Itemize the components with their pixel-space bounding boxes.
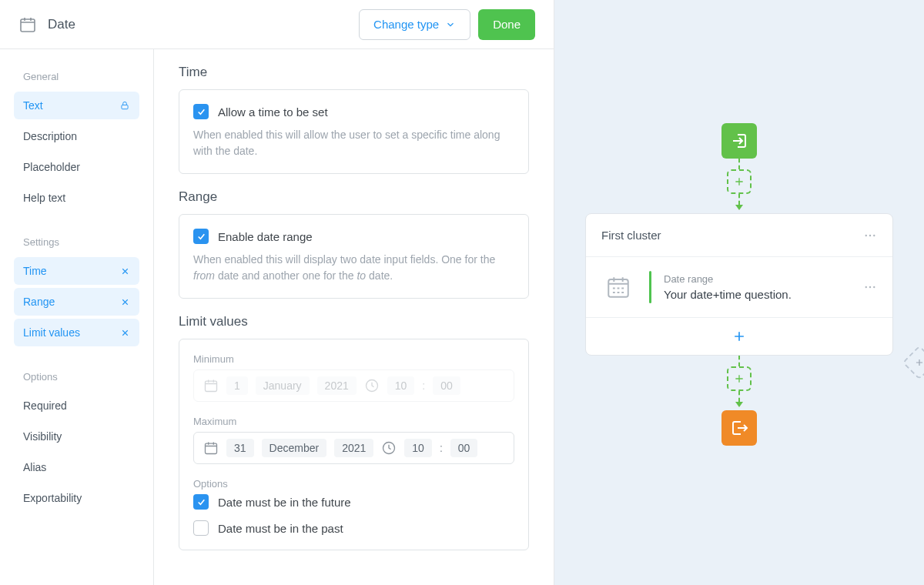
section-heading-limit: Limit values <box>179 314 529 329</box>
allow-time-help: When enabled this will allow the user to… <box>193 127 514 159</box>
close-icon[interactable] <box>120 297 130 307</box>
sidebar-group-general: General <box>0 65 153 89</box>
enable-range-label: Enable date range <box>218 230 313 243</box>
max-month[interactable]: December <box>262 439 327 457</box>
future-label: Date must be in the future <box>218 496 351 509</box>
maximum-label: Maximum <box>193 416 514 427</box>
range-card: Enable date range When enabled this will… <box>179 214 529 299</box>
enable-range-help: When enabled this will display two date … <box>193 252 514 284</box>
cluster-header[interactable]: First cluster <box>586 214 892 257</box>
sidebar-item-text[interactable]: Text <box>14 92 139 119</box>
chevron-down-icon <box>445 19 456 30</box>
lock-icon <box>119 100 130 111</box>
sidebar-item-alias[interactable]: Alias <box>14 453 139 481</box>
editor-header: Date Change type Done <box>0 0 554 49</box>
cluster-item-title: Your date+time question. <box>664 288 851 301</box>
calendar-icon <box>203 378 219 393</box>
svg-point-12 <box>873 286 875 288</box>
past-label: Date must be in the past <box>218 522 343 535</box>
editor-title-text: Date <box>48 17 75 32</box>
clock-icon <box>381 440 397 456</box>
preview-pane: First cluster Date range Your date+time … <box>554 0 924 585</box>
cluster-menu-button[interactable] <box>863 229 877 242</box>
svg-point-7 <box>869 234 871 236</box>
flow-end-block[interactable] <box>721 410 757 446</box>
allow-time-checkbox[interactable] <box>193 104 209 119</box>
limit-card: Minimum 1 January 2021 10 : 00 Maximum <box>179 339 529 550</box>
done-button[interactable]: Done <box>478 9 535 40</box>
maximum-input[interactable]: 31 December 2021 10 : 00 <box>193 432 514 464</box>
change-type-button[interactable]: Change type <box>359 9 470 40</box>
svg-rect-0 <box>21 19 35 32</box>
min-month[interactable]: January <box>256 376 310 395</box>
limit-options-label: Options <box>193 478 514 490</box>
section-heading-time: Time <box>179 65 529 80</box>
max-hour[interactable]: 10 <box>404 439 432 457</box>
max-minute[interactable]: 00 <box>450 439 478 457</box>
minimum-label: Minimum <box>193 353 514 365</box>
min-day[interactable]: 1 <box>226 376 248 395</box>
flow-add-top-button[interactable] <box>727 169 752 194</box>
min-minute[interactable]: 00 <box>433 376 460 395</box>
sidebar-item-range[interactable]: Range <box>14 288 139 316</box>
min-year[interactable]: 2021 <box>317 376 357 395</box>
sidebar-item-time[interactable]: Time <box>14 257 139 285</box>
max-day[interactable]: 31 <box>226 439 254 457</box>
svg-point-10 <box>865 286 867 288</box>
cluster-item-date-range[interactable]: Date range Your date+time question. <box>586 257 892 318</box>
flow-add-bottom-button[interactable] <box>727 366 752 391</box>
sidebar-group-settings: Settings <box>0 230 153 254</box>
date-range-icon <box>600 271 637 303</box>
editor-pane: Date Change type Done General Text <box>0 0 554 585</box>
editor-content: Time Allow a time to be set When enabled… <box>154 49 554 585</box>
sidebar-item-placeholder[interactable]: Placeholder <box>14 153 139 181</box>
editor-title: Date <box>18 15 75 34</box>
date-icon <box>18 15 37 34</box>
svg-point-6 <box>865 234 867 236</box>
svg-rect-4 <box>206 443 217 453</box>
close-icon[interactable] <box>120 328 130 338</box>
time-card: Allow a time to be set When enabled this… <box>179 89 529 174</box>
sidebar-item-visibility[interactable]: Visibility <box>14 423 139 450</box>
section-heading-range: Range <box>179 189 529 205</box>
sidebar-item-description[interactable]: Description <box>14 122 139 150</box>
enable-range-checkbox[interactable] <box>193 229 209 244</box>
cluster-title: First cluster <box>601 229 661 242</box>
svg-rect-1 <box>122 105 128 109</box>
future-checkbox[interactable] <box>193 494 209 510</box>
sidebar-item-exportability[interactable]: Exportability <box>14 484 139 512</box>
clock-icon <box>364 378 380 393</box>
cluster-item-menu-button[interactable] <box>863 271 877 303</box>
svg-point-8 <box>873 234 875 236</box>
sidebar-item-help-text[interactable]: Help text <box>14 184 139 212</box>
minimum-input[interactable]: 1 January 2021 10 : 00 <box>193 369 514 402</box>
close-icon[interactable] <box>120 266 130 276</box>
active-indicator <box>649 271 651 303</box>
flow-start-block[interactable] <box>721 123 757 159</box>
past-checkbox[interactable] <box>193 520 209 536</box>
cluster-card: First cluster Date range Your date+time … <box>585 213 893 356</box>
sidebar-item-limit-values[interactable]: Limit values <box>14 319 139 346</box>
sidebar-item-required[interactable]: Required <box>14 392 139 420</box>
cluster-add-question-button[interactable] <box>586 318 892 355</box>
cluster-item-subtitle: Date range <box>664 273 851 285</box>
svg-rect-2 <box>206 381 217 391</box>
min-hour[interactable]: 10 <box>387 376 415 395</box>
sidebar-group-options: Options <box>0 365 153 389</box>
allow-time-label: Allow a time to be set <box>218 105 328 119</box>
sidebar: General Text Description Placeholder Hel… <box>0 49 154 585</box>
flow-add-side-button[interactable] <box>902 345 924 379</box>
max-year[interactable]: 2021 <box>334 439 373 457</box>
svg-point-11 <box>869 286 871 288</box>
calendar-icon <box>203 440 219 456</box>
